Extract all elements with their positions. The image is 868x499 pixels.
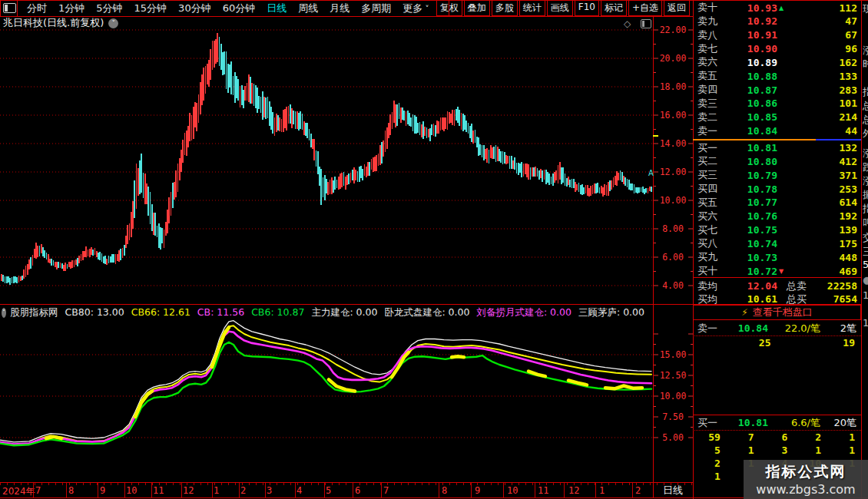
menu-item-月线[interactable]: 月线 <box>330 2 350 15</box>
month-separator <box>151 483 152 497</box>
price-tick-label: 22.00 <box>653 25 693 35</box>
chevron-down-icon: ˅ <box>422 5 429 13</box>
month-separator <box>535 483 535 497</box>
menu-item-60分钟[interactable]: 60分钟 <box>223 2 256 15</box>
month-separator <box>265 483 266 497</box>
month-separator <box>564 483 565 497</box>
menu-item-更多[interactable]: 更多 ˅ <box>403 2 429 15</box>
menu-item-日线[interactable]: 日线 <box>267 2 287 15</box>
queue-row: 2519 <box>693 336 861 349</box>
menu-button-标记[interactable]: 标记 <box>601 0 627 16</box>
month-label: 9 <box>475 485 480 496</box>
queue-head: 买一10.816.6/笔20笔 <box>693 415 861 431</box>
menu-item-多周期[interactable]: 多周期 <box>361 2 391 15</box>
menu-item-30分钟[interactable]: 30分钟 <box>178 2 211 15</box>
menu-button-统计[interactable]: 统计 <box>519 0 545 16</box>
indicator-tick-label: 12.50 <box>653 370 693 381</box>
month-separator <box>212 483 213 497</box>
buy-row[interactable]: 买三10.79371 <box>693 168 861 182</box>
menu-item-1分钟[interactable]: 1分钟 <box>58 2 84 15</box>
menu-button-复权[interactable]: 复权 <box>436 0 462 16</box>
buy-row[interactable]: 买八10.74175 <box>693 236 861 250</box>
clipped-glyph: 交 <box>863 231 868 245</box>
month-separator <box>124 483 125 497</box>
buy-row[interactable]: 买七10.75139 <box>693 223 861 237</box>
sell-row[interactable]: 卖二10.85214 <box>693 111 861 124</box>
clipped-glyph: 涨 <box>863 44 868 58</box>
sell-row[interactable]: 卖三10.86101 <box>693 97 861 111</box>
month-label: 8 <box>68 485 74 496</box>
period-indicator[interactable]: 日线 <box>654 483 692 497</box>
queue-row: 597621 <box>693 431 861 444</box>
qiandang-bar[interactable]: ⚡ 查看千档盘口 <box>693 305 861 320</box>
month-label: 6 <box>355 485 360 496</box>
clipped-glyph: 总 <box>863 113 868 127</box>
buy-row[interactable]: 买四10.78253 <box>693 182 861 196</box>
period-menu: 分时1分钟5分钟15分钟30分钟60分钟日线周线月线多周期更多 ˅ <box>27 2 429 15</box>
chevron-down-icon[interactable]: ˅ <box>108 18 118 28</box>
menu-button-+自选[interactable]: +自选 <box>628 0 662 16</box>
menu-button-画线[interactable]: 画线 <box>547 0 573 16</box>
sell-row[interactable]: 卖七10.9096 <box>693 42 861 56</box>
chart-title-row: 兆日科技(日线.前复权) ˅ <box>3 17 118 29</box>
menu-button-多股[interactable]: 多股 <box>492 0 518 16</box>
month-separator <box>181 483 182 497</box>
toolbar-menu: 复权叠加多股统计画线F10标记+自选返回 <box>436 0 690 16</box>
sell-row[interactable]: 卖十10.93▲112 <box>693 1 861 15</box>
chevron-down-icon[interactable]: ˅ <box>2 308 6 318</box>
qiandang-label: 查看千档盘口 <box>753 306 813 319</box>
month-label: 11 <box>153 485 164 496</box>
buy-row[interactable]: 买二10.80412 <box>693 154 861 168</box>
month-label: 12 <box>183 485 194 496</box>
queue-row: 51311 <box>693 444 861 457</box>
buy-row[interactable]: 买十10.72▼469 <box>693 264 861 278</box>
price-tick-label: 14.00 <box>653 138 693 149</box>
menu-bar: 分时1分钟5分钟15分钟30分钟60分钟日线周线月线多周期更多 ˅ 复权叠加多股… <box>0 0 693 16</box>
clipped-glyph: 现 <box>863 2 868 16</box>
menu-item-15分钟[interactable]: 15分钟 <box>134 2 167 15</box>
diamond-icon[interactable]: ◇ <box>624 18 631 29</box>
sell-row[interactable]: 卖六10.89162 <box>693 55 861 69</box>
clipped-glyph: 涨 <box>863 174 868 188</box>
summary-row: 卖均12.04总卖22258 <box>693 279 861 293</box>
sell-row[interactable]: 卖五10.88133 <box>693 69 861 83</box>
price-tick-label: 10.00 <box>653 195 693 206</box>
buy-row[interactable]: 买六10.76192 <box>693 210 861 223</box>
month-separator <box>353 483 353 497</box>
buy-row[interactable]: 买九10.73448 <box>693 250 861 264</box>
indicator-value-刘备捞月式建仓: 刘备捞月式建仓: 0.00 <box>476 306 571 318</box>
indicator-values: CB80: 13.00CB66: 12.61CB: 11.56CB6: 10.8… <box>65 306 651 319</box>
buy-row[interactable]: 买一10.81132 <box>693 141 861 155</box>
clipped-glyph: 振 <box>863 188 868 202</box>
clipped-glyph: 1 <box>863 289 868 301</box>
sell-row[interactable]: 卖八10.9167 <box>693 28 861 42</box>
sell-row[interactable]: 卖一10.8444 <box>693 124 861 138</box>
window-layout-icon[interactable] <box>3 3 16 13</box>
menu-item-周线[interactable]: 周线 <box>298 2 318 15</box>
buy-row[interactable]: 买五10.77614 <box>693 196 861 210</box>
price-marker-a: A <box>648 169 654 177</box>
chart-title: 兆日科技(日线.前复权) <box>3 16 104 30</box>
indicator-tick-label: 10.00 <box>653 391 693 402</box>
app-window: 分时1分钟5分钟15分钟30分钟60分钟日线周线月线多周期更多 ˅ 复权叠加多股… <box>0 0 868 499</box>
clipped-glyph: 三 <box>863 245 868 259</box>
panel-layout-icon[interactable] <box>641 19 651 28</box>
month-separator <box>98 483 98 497</box>
indicator-value-主力建仓: 主力建仓: 0.00 <box>311 306 377 318</box>
menu-button-F10[interactable]: F10 <box>575 0 599 16</box>
menu-item-5分钟[interactable]: 5分钟 <box>96 2 122 15</box>
sell-row[interactable]: 卖九10.9247 <box>693 15 861 28</box>
sell-queue: 卖一10.8422.0/笔2笔2519 <box>693 321 861 414</box>
month-label: 1 <box>214 485 219 496</box>
menu-button-返回[interactable]: 返回 <box>664 0 690 16</box>
indicator-tick-label: 7.50 <box>653 411 693 422</box>
menu-item-分时[interactable]: 分时 <box>27 2 47 15</box>
menu-button-叠加[interactable]: 叠加 <box>464 0 490 16</box>
month-label: 10 <box>126 485 137 496</box>
sell-row[interactable]: 卖四10.87283 <box>693 83 861 97</box>
bid-ask-ratio-bar-blue <box>816 139 861 140</box>
clipped-glyph: 指 <box>863 85 868 99</box>
clipped-glyph: 1 <box>863 317 868 329</box>
clipped-glyph: 外 <box>863 127 868 140</box>
month-label: 3 <box>267 485 272 496</box>
